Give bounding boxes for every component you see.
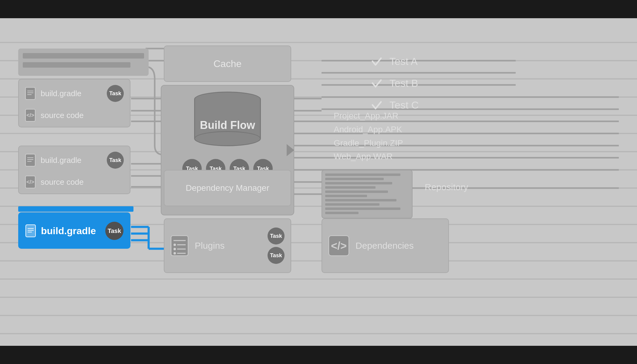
cache-label: Cache: [214, 58, 242, 69]
plugins-inner: Plugins Task Task: [164, 219, 291, 272]
arrow-right: [287, 144, 294, 156]
output-war: Web_App.WAR: [334, 150, 403, 163]
test-b-label: Test B: [389, 77, 418, 89]
test-row-a: Test A: [370, 55, 419, 68]
project-box-1: build.gradle Task </> source code: [18, 79, 130, 127]
build-gradle-label-2: build.gradle: [41, 156, 102, 165]
checkmark-icon-a: [370, 55, 383, 68]
build-gradle-label-blue: build.gradle: [41, 225, 100, 237]
test-row-b: Test B: [370, 76, 419, 90]
svg-point-66: [174, 244, 176, 246]
task-badge-1: Task: [107, 85, 124, 102]
document-icon-blue: [25, 224, 36, 238]
build-gradle-label-1: build.gradle: [41, 89, 102, 98]
repository-label-area: Repository: [425, 182, 468, 192]
blue-accent-bar: [18, 206, 133, 212]
svg-rect-64: [171, 236, 188, 256]
main-area: build.gradle Task </> source code build.…: [0, 18, 637, 346]
document-icon-1: [25, 87, 36, 100]
build-flow-label: Build Flow: [161, 119, 294, 132]
task-badge-2: Task: [107, 152, 124, 169]
plugins-task-badge-1: Task: [268, 228, 285, 244]
svg-rect-48: [25, 87, 35, 99]
project-box-blue: build.gradle Task: [18, 212, 130, 249]
test-a-label: Test A: [389, 56, 418, 67]
deps-inner: </> Dependencies: [322, 219, 448, 272]
top-bar: [0, 0, 637, 18]
svg-rect-54: [25, 154, 35, 166]
dep-manager-box: Dependency Manager: [164, 170, 291, 206]
repository-box: [322, 170, 413, 218]
code-icon-2: </>: [25, 175, 36, 189]
source-code-label-2: source code: [41, 177, 124, 187]
plugins-task-badge-2: Task: [268, 247, 285, 264]
top-left-panel: [18, 49, 149, 76]
task-badge-blue: Task: [105, 222, 123, 240]
svg-rect-60: [26, 225, 35, 237]
svg-point-68: [174, 248, 176, 250]
code-icon-1: </>: [25, 109, 36, 122]
repo-lines-content: [322, 170, 412, 218]
checkmark-icon-b: [370, 76, 383, 90]
bottom-bar: [0, 346, 637, 364]
svg-text:</>: </>: [331, 240, 347, 252]
output-apk: Android_App.APK: [334, 123, 403, 136]
repository-label: Repository: [425, 182, 468, 192]
output-jar: Project_App.JAR: [334, 109, 403, 123]
dependencies-box: </> Dependencies: [322, 218, 449, 273]
project-box-2: build.gradle Task </> source code: [18, 146, 130, 194]
svg-text:</>: </>: [26, 112, 34, 118]
plugins-box: Plugins Task Task: [164, 218, 291, 273]
plugins-task-badges: Task Task: [268, 228, 285, 264]
document-icon-2: [25, 153, 36, 167]
code-bracket-icon: </>: [328, 235, 349, 256]
output-zip: Gradle_Plugin.ZIP: [334, 136, 403, 150]
cache-box: Cache: [164, 46, 291, 82]
svg-point-70: [174, 252, 176, 254]
svg-text:</>: </>: [26, 179, 34, 185]
plugins-label: Plugins: [195, 241, 261, 251]
outputs-list: Project_App.JAR Android_App.APK Gradle_P…: [334, 109, 403, 163]
dependencies-label: Dependencies: [356, 241, 414, 251]
dep-manager-label: Dependency Manager: [186, 183, 269, 193]
source-code-label-1: source code: [41, 111, 124, 120]
checklist-icon: [170, 235, 189, 256]
